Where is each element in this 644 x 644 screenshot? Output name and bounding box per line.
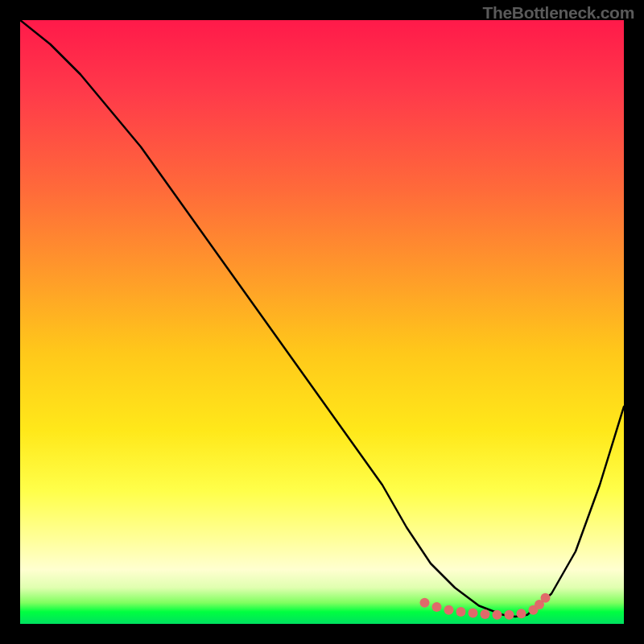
chart-svg: [20, 20, 624, 624]
chart-container: TheBottleneck.com: [0, 0, 644, 644]
marker-dot: [481, 609, 490, 619]
watermark-text: TheBottleneck.com: [482, 3, 634, 23]
marker-dot: [517, 609, 526, 618]
marker-dot: [493, 610, 502, 620]
marker-dot: [432, 602, 442, 612]
marker-dot: [541, 593, 551, 603]
optimal-zone-markers: [420, 593, 551, 620]
marker-dot: [505, 610, 514, 620]
marker-dot: [456, 607, 466, 617]
bottleneck-curve: [20, 20, 624, 617]
chart-plot-area: [20, 20, 624, 624]
marker-dot: [469, 609, 478, 618]
marker-dot: [420, 598, 430, 608]
marker-dot: [444, 605, 454, 615]
